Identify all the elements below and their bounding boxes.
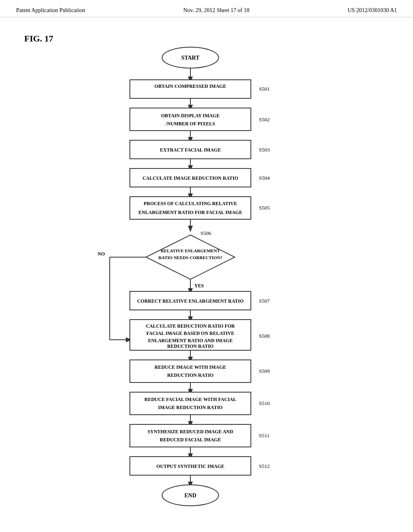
svg-rect-36 — [130, 392, 251, 415]
svg-text:OBTAIN DISPLAY IMAGE: OBTAIN DISPLAY IMAGE — [161, 113, 220, 118]
svg-text:IMAGE REDUCTION RATIO: IMAGE REDUCTION RATIO — [158, 405, 223, 410]
step-s503: EXTRACT FACIAL IMAGE S503 — [130, 140, 270, 159]
svg-text:END: END — [184, 493, 196, 499]
svg-text:S509: S509 — [259, 368, 270, 374]
step-s505: PROCESS OF CALCULATING RELATIVE ENLARGEM… — [130, 197, 270, 219]
svg-text:OUTPUT SYNTHETIC IMAGE: OUTPUT SYNTHETIC IMAGE — [156, 463, 224, 469]
svg-text:S508: S508 — [259, 333, 270, 339]
step-s507: CORRECT RELATIVE ENLARGEMENT RATIO S507 — [130, 291, 270, 310]
page-content: FIG. 17 START OBTAIN COMPRESSED IMAGE — [0, 17, 413, 532]
svg-text:S510: S510 — [259, 400, 270, 406]
svg-text:REDUCE FACIAL IMAGE WITH FACIA: REDUCE FACIAL IMAGE WITH FACIAL — [144, 397, 236, 402]
step-s508: CALCULATE REDUCTION RATIO FOR FACIAL IMA… — [130, 320, 270, 350]
svg-text:SYNTHESIZE REDUCED IMAGE AND: SYNTHESIZE REDUCED IMAGE AND — [148, 429, 234, 434]
svg-text:S501: S501 — [259, 86, 270, 92]
no-label: NO — [98, 251, 105, 257]
step-s504: CALCULATE IMAGE REDUCTION RATIO S504 — [130, 168, 270, 187]
end-node: END — [162, 485, 219, 506]
step-s501: OBTAIN COMPRESSED IMAGE S501 — [130, 80, 270, 98]
step-s511: SYNTHESIZE REDUCED IMAGE AND REDUCED FAC… — [130, 424, 269, 447]
svg-text:FACIAL IMAGE BASED ON RELATIVE: FACIAL IMAGE BASED ON RELATIVE — [146, 330, 234, 336]
svg-text:REDUCTION RATIO: REDUCTION RATIO — [167, 343, 214, 349]
svg-text:START: START — [181, 55, 200, 61]
svg-text:ENLARGEMENT RATIO FOR FACIAL I: ENLARGEMENT RATIO FOR FACIAL IMAGE — [138, 210, 242, 215]
svg-text:RATIO NEEDS CORRECTION?: RATIO NEEDS CORRECTION? — [159, 255, 223, 260]
page-header: Patent Application Publication Nov. 29, … — [0, 0, 413, 17]
header-left: Patent Application Publication — [16, 7, 85, 14]
fig-label: FIG. 17 — [24, 33, 53, 44]
svg-rect-32 — [130, 360, 251, 382]
svg-text:CORRECT RELATIVE ENLARGEMENT R: CORRECT RELATIVE ENLARGEMENT RATIO — [137, 298, 244, 304]
svg-text:REDUCED FACIAL IMAGE: REDUCED FACIAL IMAGE — [160, 437, 221, 443]
svg-text:CALCULATE IMAGE REDUCTION RATI: CALCULATE IMAGE REDUCTION RATIO — [142, 175, 238, 181]
start-node: START — [162, 47, 219, 68]
svg-text:S502: S502 — [259, 116, 270, 123]
svg-text:ENLARGEMENT RATIO AND IMAGE: ENLARGEMENT RATIO AND IMAGE — [148, 338, 233, 343]
svg-text:S512: S512 — [259, 463, 270, 469]
svg-text:CALCULATE REDUCTION RATIO FOR: CALCULATE REDUCTION RATIO FOR — [146, 323, 235, 329]
header-right: US 2012/0301030 A1 — [348, 7, 397, 14]
svg-text:RELATIVE ENLARGEMENT: RELATIVE ENLARGEMENT — [161, 248, 220, 253]
svg-text:/NUMBER OF PIXELS: /NUMBER OF PIXELS — [165, 121, 215, 127]
svg-text:OBTAIN COMPRESSED IMAGE: OBTAIN COMPRESSED IMAGE — [154, 83, 226, 89]
step-s512: OUTPUT SYNTHETIC IMAGE S512 — [130, 457, 270, 475]
svg-text:S511: S511 — [259, 432, 269, 438]
svg-rect-3 — [130, 80, 251, 98]
svg-text:S504: S504 — [259, 175, 270, 181]
flowchart: START OBTAIN COMPRESSED IMAGE S501 OBTAI… — [65, 37, 348, 532]
svg-rect-40 — [130, 424, 251, 447]
svg-rect-16 — [130, 197, 251, 219]
svg-text:REDUCTION RATIO: REDUCTION RATIO — [167, 372, 214, 378]
svg-text:EXTRACT FACIAL IMAGE: EXTRACT FACIAL IMAGE — [160, 147, 221, 153]
svg-text:S507: S507 — [259, 298, 270, 304]
step-s502: OBTAIN DISPLAY IMAGE /NUMBER OF PIXELS S… — [130, 108, 270, 131]
svg-text:REDUCE IMAGE WITH IMAGE: REDUCE IMAGE WITH IMAGE — [154, 364, 226, 370]
header-middle: Nov. 29, 2012 Sheet 17 of 18 — [184, 7, 250, 14]
svg-rect-6 — [130, 108, 251, 131]
yes-label: YES — [194, 283, 204, 289]
step-s506: RELATIVE ENLARGEMENT RATIO NEEDS CORRECT… — [146, 235, 235, 279]
step-s510: REDUCE FACIAL IMAGE WITH FACIAL IMAGE RE… — [130, 392, 270, 415]
svg-text:PROCESS OF CALCULATING RELATIV: PROCESS OF CALCULATING RELATIVE — [144, 201, 237, 206]
svg-text:S503: S503 — [259, 147, 270, 153]
step-s509: REDUCE IMAGE WITH IMAGE REDUCTION RATIO … — [130, 360, 270, 382]
svg-text:S505: S505 — [259, 205, 270, 211]
s506-label: S506 — [200, 230, 211, 236]
